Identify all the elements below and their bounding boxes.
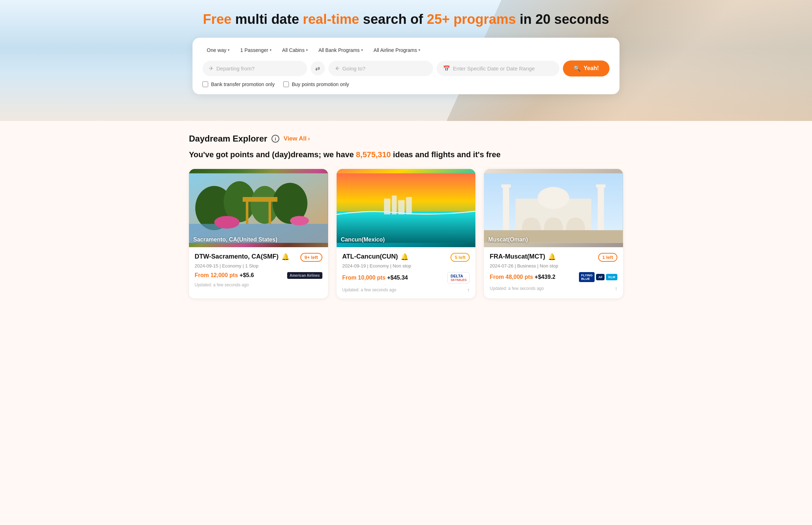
updated-text-1: Updated: a few seconds ago ↑	[342, 287, 470, 293]
route-label-0: DTW-Sacramento, CA(SMF)	[195, 253, 279, 260]
search-box: One way ▾ 1 Passenger ▾ All Cabins ▾ All…	[193, 38, 619, 94]
subtitle-part2: ideas and flights and it's free	[391, 150, 500, 159]
air-france-logo: AF	[596, 274, 605, 280]
departing-input[interactable]	[216, 65, 301, 71]
route-text-0: DTW-Sacramento, CA(SMF) 🔔	[195, 253, 289, 261]
search-inputs-row: ✈ ⇄ ✈ 📅 🔍 Yeah!	[202, 60, 610, 76]
bell-icon-2[interactable]: 🔔	[548, 253, 556, 261]
svg-point-10	[290, 216, 309, 226]
swap-button[interactable]: ⇄	[311, 61, 325, 75]
buy-points-checkbox[interactable]	[283, 81, 289, 87]
view-all-label: View All	[284, 135, 306, 142]
trip-type-dropdown[interactable]: One way ▾	[202, 46, 234, 55]
airline-logos-1: DELTA SKYMILES	[447, 272, 470, 283]
svg-point-23	[538, 187, 569, 209]
going-input-wrapper: ✈	[328, 61, 433, 76]
flying-blue-logo: FLYINGBLUE	[579, 272, 595, 282]
svg-rect-21	[596, 184, 606, 187]
card-body-1: ATL-Cancun(CUN) 🔔 5 left 2024-09-19 | Ec…	[337, 247, 476, 298]
cabin-label: All Cabins	[282, 47, 305, 53]
card-location-0: Sacramento, CA(United States)	[193, 237, 278, 243]
cards-grid: Sacramento, CA(United States) DTW-Sacram…	[189, 169, 623, 298]
airline-logos-2: FLYINGBLUE AF KLM	[579, 272, 617, 282]
bank-programs-dropdown[interactable]: All Bank Programs ▾	[314, 46, 367, 55]
bell-icon-1[interactable]: 🔔	[401, 253, 408, 261]
price-text-2: From 48,000 pts +$439.2	[490, 274, 555, 280]
bank-programs-label: All Bank Programs	[318, 47, 360, 53]
search-button[interactable]: 🔍 Yeah!	[563, 60, 610, 76]
flight-card-1: Cancun(Mexico) ATL-Cancun(CUN) 🔔 5 left …	[337, 169, 476, 298]
bank-transfer-checkbox[interactable]	[202, 81, 208, 87]
card-details-0: 2024-09-15 | Economy | 1 Stop	[195, 263, 322, 269]
info-icon[interactable]: i	[271, 135, 279, 143]
svg-rect-16	[406, 197, 412, 214]
cabin-dropdown[interactable]: All Cabins ▾	[278, 46, 312, 55]
view-all-link[interactable]: View All ›	[284, 135, 310, 142]
buy-points-label: Buy points promotion only	[292, 81, 349, 87]
depart-plane-icon: ✈	[209, 65, 213, 72]
section-subtitle: You've got points and (day)dreams; we ha…	[189, 149, 623, 160]
arrive-plane-icon: ✈	[335, 65, 339, 72]
card-price-row-1: From 10,000 pts +$45.34 DELTA SKYMILES	[342, 272, 470, 283]
svg-rect-7	[269, 198, 271, 224]
search-filters: One way ▾ 1 Passenger ▾ All Cabins ▾ All…	[202, 46, 610, 55]
airline-programs-chevron: ▾	[418, 48, 420, 52]
svg-rect-8	[243, 197, 278, 202]
trip-type-label: One way	[207, 47, 226, 53]
section-title: Daydream Explorer	[189, 134, 267, 144]
passengers-dropdown[interactable]: 1 Passenger ▾	[236, 46, 276, 55]
calendar-icon: 📅	[443, 65, 450, 72]
updated-label-2: Updated: a few seconds ago	[490, 286, 544, 291]
flight-card-2: Muscat(Oman) FRA-Muscat(MCT) 🔔 1 left 20…	[484, 169, 623, 298]
going-input[interactable]	[342, 65, 427, 71]
passengers-chevron: ▾	[270, 48, 271, 52]
buy-points-checkbox-label[interactable]: Buy points promotion only	[283, 81, 349, 87]
airline-logos-0: American Airlines	[287, 272, 322, 279]
date-input-wrapper: 📅	[437, 61, 560, 76]
updated-label-0: Updated: a few seconds ago	[195, 282, 249, 287]
svg-rect-6	[246, 198, 248, 224]
updated-text-0: Updated: a few seconds ago	[195, 282, 322, 287]
bank-programs-chevron: ▾	[361, 48, 363, 52]
updated-text-2: Updated: a few seconds ago ↑	[490, 286, 617, 291]
card-price-row-0: From 12,000 pts +$5.6 American Airlines	[195, 272, 322, 279]
up-arrow-1: ↑	[467, 287, 470, 293]
card-location-2: Muscat(Oman)	[488, 237, 528, 243]
search-icon: 🔍	[574, 65, 581, 72]
card-route-1: ATL-Cancun(CUN) 🔔 5 left	[342, 253, 470, 262]
bell-icon-0[interactable]: 🔔	[281, 253, 289, 261]
svg-rect-20	[598, 186, 604, 230]
muscat-image	[484, 169, 623, 247]
svg-rect-14	[392, 195, 396, 214]
view-all-chevron: ›	[308, 135, 310, 142]
hero-title: Free multi date real-time search of 25+ …	[14, 11, 798, 28]
route-label-2: FRA-Muscat(MCT)	[490, 253, 545, 260]
card-details-1: 2024-09-19 | Economy | Non stop	[342, 263, 470, 269]
bank-transfer-checkbox-label[interactable]: Bank transfer promotion only	[202, 81, 275, 87]
airline-programs-dropdown[interactable]: All Airline Programs ▾	[369, 46, 425, 55]
price-text-0: From 12,000 pts +$5.6	[195, 272, 254, 279]
route-text-1: ATL-Cancun(CUN) 🔔	[342, 253, 409, 261]
flight-card-0: Sacramento, CA(United States) DTW-Sacram…	[189, 169, 328, 298]
card-details-2: 2024-07-26 | Business | Non stop	[490, 263, 617, 269]
seats-badge-2: 1 left	[598, 253, 617, 262]
svg-rect-13	[384, 198, 390, 214]
hero-title-seconds: in 20 seconds	[516, 12, 609, 27]
airline-programs-label: All Airline Programs	[374, 47, 417, 53]
subtitle-part1: You've got points and (day)dreams; we ha…	[189, 150, 356, 159]
hero-title-free: Free	[203, 12, 231, 27]
main-content: Daydream Explorer i View All › You've go…	[175, 121, 637, 311]
price-extra-2: +$439.2	[535, 274, 555, 280]
svg-point-9	[214, 216, 239, 229]
date-input[interactable]	[453, 65, 553, 71]
seats-badge-0: 9+ left	[300, 253, 322, 262]
delta-logo: DELTA SKYMILES	[447, 272, 470, 283]
card-body-2: FRA-Muscat(MCT) 🔔 1 left 2024-07-26 | Bu…	[484, 247, 623, 297]
up-arrow-2: ↑	[615, 286, 617, 291]
card-route-2: FRA-Muscat(MCT) 🔔 1 left	[490, 253, 617, 262]
hero-section: Free multi date real-time search of 25+ …	[0, 0, 812, 121]
hero-title-search: search of	[359, 12, 427, 27]
ideas-count: 8,575,310	[356, 150, 391, 159]
search-checkboxes: Bank transfer promotion only Buy points …	[202, 81, 610, 87]
search-button-label: Yeah!	[584, 65, 599, 71]
